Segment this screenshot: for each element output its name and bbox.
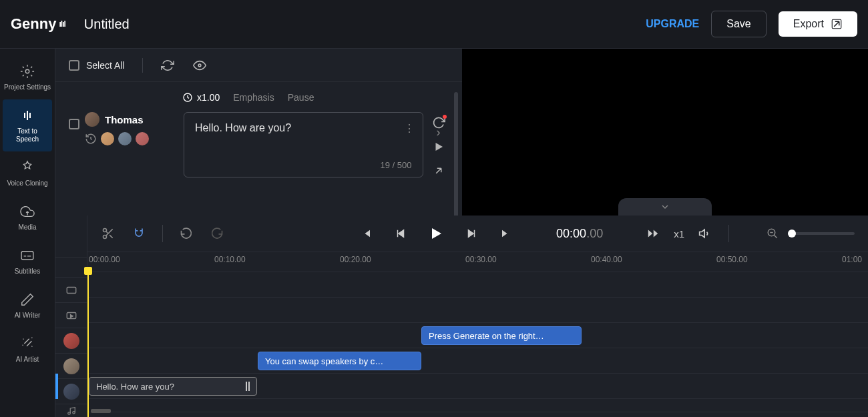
- redo-icon[interactable]: [210, 226, 224, 241]
- sidebar-item-voice-cloning[interactable]: Voice Cloning: [0, 151, 55, 195]
- recent-speaker-avatar[interactable]: [101, 132, 114, 145]
- text-input[interactable]: Hello. How are you? 19 / 500 ⋮: [184, 112, 423, 177]
- scrollbar[interactable]: [454, 92, 458, 216]
- track-header-audio[interactable]: [55, 277, 87, 302]
- refresh-icon[interactable]: [160, 58, 175, 73]
- pause-param[interactable]: Pause: [288, 92, 314, 103]
- zoom-slider[interactable]: [788, 232, 855, 235]
- sidebar-label: Media: [18, 224, 36, 232]
- timeline-clip[interactable]: Press Generate on the right…: [421, 326, 582, 345]
- save-button[interactable]: Save: [711, 11, 766, 37]
- timeline-ruler[interactable]: 00:00.00 00:10.00 00:20.00 00:30.00 00:4…: [87, 252, 868, 272]
- sidebar-label: Text to Speech: [5, 127, 49, 143]
- zoom-out-icon[interactable]: [765, 226, 780, 241]
- char-count: 19 / 500: [381, 160, 412, 170]
- sidebar-item-ai-artist[interactable]: AI Artist: [0, 328, 55, 372]
- track-header-video[interactable]: [55, 302, 87, 328]
- sidebar-item-subtitles[interactable]: Subtitles: [0, 240, 55, 284]
- speaker-select[interactable]: Thomas: [85, 112, 144, 127]
- svg-point-7: [67, 412, 70, 414]
- play-icon[interactable]: [428, 226, 444, 242]
- track-row[interactable]: [87, 399, 868, 412]
- track-row[interactable]: You can swap speakers by c…: [87, 348, 868, 374]
- select-all[interactable]: Select All: [69, 60, 125, 71]
- logo: Genny ılıl: [11, 15, 65, 33]
- track-row[interactable]: [87, 298, 868, 323]
- upgrade-link[interactable]: UPGRADE: [646, 18, 699, 30]
- play-block-icon[interactable]: [432, 140, 445, 153]
- ruler-tick: 00:30.00: [465, 255, 497, 264]
- fast-forward-icon[interactable]: [646, 226, 660, 241]
- sidebar-item-text-to-speech[interactable]: Text to Speech: [3, 99, 52, 151]
- sidebar-item-media[interactable]: Media: [0, 195, 55, 240]
- sidebar-label: Project Settings: [4, 83, 51, 91]
- export-label: Export: [793, 18, 824, 30]
- clip-label: Hello. How are you?: [96, 382, 174, 392]
- svg-point-8: [72, 411, 75, 414]
- timeline-tracks[interactable]: Press Generate on the right… You can swa…: [87, 272, 868, 417]
- sidebar-item-project-settings[interactable]: Project Settings: [0, 55, 55, 99]
- history-icon[interactable]: [85, 133, 97, 145]
- playhead[interactable]: [87, 272, 89, 417]
- undo-icon[interactable]: [179, 226, 194, 241]
- expand-right-icon[interactable]: ›: [437, 125, 441, 139]
- recent-speaker-avatar[interactable]: [136, 132, 149, 145]
- mini-waveform[interactable]: [91, 409, 111, 413]
- svg-point-3: [198, 64, 201, 67]
- track-avatar: [63, 358, 79, 374]
- track-speaker-3[interactable]: [55, 378, 87, 404]
- sidebar-label: AI Artist: [16, 356, 39, 364]
- block-checkbox[interactable]: [69, 119, 79, 129]
- logo-mark-icon: ılıl: [59, 19, 65, 29]
- track-header-music[interactable]: [55, 404, 87, 417]
- magnet-icon[interactable]: [132, 226, 146, 241]
- export-button[interactable]: Export: [779, 11, 857, 37]
- track-row[interactable]: Hello. How are you?: [87, 374, 868, 399]
- select-all-label: Select All: [86, 60, 125, 71]
- emphasis-param[interactable]: Emphasis: [233, 92, 274, 103]
- svg-rect-5: [67, 287, 76, 293]
- step-back-icon[interactable]: [393, 226, 408, 241]
- timeline-clip[interactable]: You can swap speakers by c…: [258, 352, 421, 370]
- sidebar-item-ai-writer[interactable]: AI Writer: [0, 284, 55, 328]
- speed-param[interactable]: x1.00: [182, 92, 220, 103]
- timeline-panel: 00:00.00 x1 00:00.00 00:10.00: [55, 216, 868, 417]
- clip-handle-icon[interactable]: [240, 382, 250, 391]
- separator: [728, 225, 729, 242]
- volume-icon[interactable]: [698, 226, 712, 241]
- eye-icon[interactable]: [192, 58, 207, 73]
- track-row[interactable]: Press Generate on the right…: [87, 323, 868, 348]
- track-speaker-2[interactable]: [55, 353, 87, 378]
- track-row[interactable]: [87, 272, 868, 298]
- editor-panel: Select All x1.00 Emphasis Pause: [55, 49, 462, 216]
- speaker-avatar: [85, 112, 99, 127]
- share-block-icon[interactable]: [432, 164, 445, 177]
- video-preview[interactable]: [462, 49, 869, 216]
- checkbox-icon[interactable]: [69, 60, 79, 71]
- skip-end-icon[interactable]: [499, 226, 513, 241]
- speaker-name: Thomas: [105, 114, 144, 125]
- recent-speaker-avatar[interactable]: [118, 132, 132, 145]
- cut-icon[interactable]: [101, 226, 116, 241]
- ruler-tick: 00:40.00: [591, 255, 622, 264]
- ruler-tick: 00:20.00: [340, 255, 371, 264]
- timeline-clip-selected[interactable]: Hello. How are you?: [89, 377, 257, 396]
- time-main: 00:00: [556, 227, 586, 240]
- voice-clone-icon: [19, 159, 35, 175]
- clock-icon: [182, 92, 193, 103]
- zoom-thumb[interactable]: [788, 230, 796, 238]
- playback-speed[interactable]: x1: [674, 228, 684, 240]
- active-track-indicator: [55, 374, 58, 399]
- ruler-tick: 00:50.00: [716, 255, 748, 264]
- project-title[interactable]: Untitled: [84, 17, 130, 32]
- speed-value: x1.00: [197, 92, 220, 103]
- track-avatar: [63, 384, 79, 400]
- topbar: Genny ılıl Untitled UPGRADE Save Export: [0, 0, 868, 49]
- skip-start-icon[interactable]: [359, 226, 373, 241]
- time-ms: .00: [586, 227, 603, 240]
- track-speaker-1[interactable]: [55, 328, 87, 353]
- editor-toolbar: Select All: [55, 49, 462, 82]
- block-menu-icon[interactable]: ⋮: [404, 122, 415, 135]
- collapse-preview-icon[interactable]: [618, 198, 712, 216]
- step-forward-icon[interactable]: [464, 226, 479, 241]
